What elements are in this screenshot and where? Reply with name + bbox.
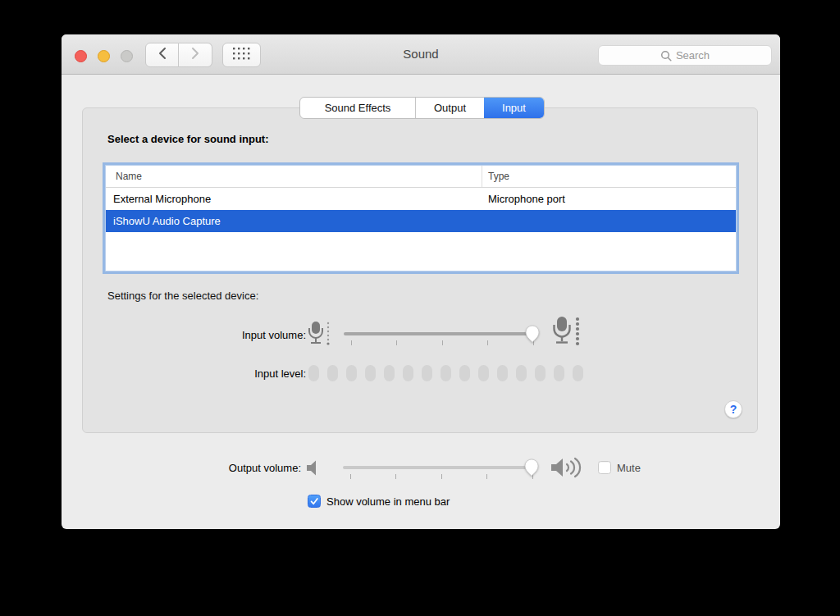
tab-input[interactable]: Input bbox=[484, 98, 544, 118]
question-mark-icon: ? bbox=[730, 403, 737, 416]
tab-output[interactable]: Output bbox=[415, 98, 484, 118]
input-pane: Select a device for sound input: Name Ty… bbox=[82, 107, 758, 433]
search-placeholder: Search bbox=[676, 49, 710, 62]
column-header-type: Type bbox=[488, 171, 509, 182]
mic-low-sensitivity-icon bbox=[306, 320, 332, 353]
tab-bar: Sound Effects Output Input bbox=[299, 97, 545, 119]
mute-label: Mute bbox=[617, 462, 641, 474]
table-row-external-microphone[interactable]: External Microphone Microphone port bbox=[106, 188, 736, 210]
volume-max-icon bbox=[550, 456, 587, 482]
cell-device-type: Microphone port bbox=[488, 193, 565, 205]
search-icon bbox=[660, 50, 672, 62]
column-header-name: Name bbox=[116, 171, 142, 182]
input-volume-label: Input volume: bbox=[83, 329, 306, 341]
input-level-label: Input level: bbox=[83, 367, 306, 380]
help-button[interactable]: ? bbox=[724, 400, 742, 418]
sound-preferences-window: Sound Search Sound Effects Output Input … bbox=[62, 34, 780, 529]
device-table-header: Name Type bbox=[106, 166, 736, 188]
output-volume-label: Output volume: bbox=[62, 462, 301, 474]
cell-device-name: iShowU Audio Capture bbox=[113, 215, 221, 227]
volume-min-icon bbox=[306, 459, 322, 480]
tab-sound-effects[interactable]: Sound Effects bbox=[300, 98, 415, 118]
output-volume-thumb[interactable] bbox=[523, 458, 540, 477]
settings-section-label: Settings for the selected device: bbox=[107, 290, 258, 302]
checkmark-icon bbox=[309, 496, 319, 506]
column-divider bbox=[482, 166, 482, 187]
show-volume-checkbox[interactable] bbox=[308, 495, 321, 508]
title-bar: Sound Search bbox=[62, 34, 780, 75]
table-row-ishowu-audio-capture[interactable]: iShowU Audio Capture bbox=[106, 210, 736, 232]
input-level-meter bbox=[308, 365, 583, 381]
output-volume-track[interactable] bbox=[343, 466, 537, 469]
input-volume-thumb[interactable] bbox=[524, 324, 541, 344]
mute-checkbox[interactable] bbox=[598, 461, 611, 474]
input-volume-track[interactable] bbox=[344, 332, 538, 335]
cell-device-name: External Microphone bbox=[113, 193, 211, 205]
show-volume-label: Show volume in menu bar bbox=[326, 495, 450, 508]
search-input[interactable]: Search bbox=[598, 45, 772, 66]
mic-high-sensitivity-icon bbox=[550, 315, 583, 353]
device-table[interactable]: Name Type External Microphone Microphone… bbox=[105, 165, 737, 271]
output-volume-slider[interactable] bbox=[343, 455, 537, 480]
device-section-label: Select a device for sound input: bbox=[107, 133, 268, 145]
input-volume-slider[interactable] bbox=[344, 322, 538, 346]
